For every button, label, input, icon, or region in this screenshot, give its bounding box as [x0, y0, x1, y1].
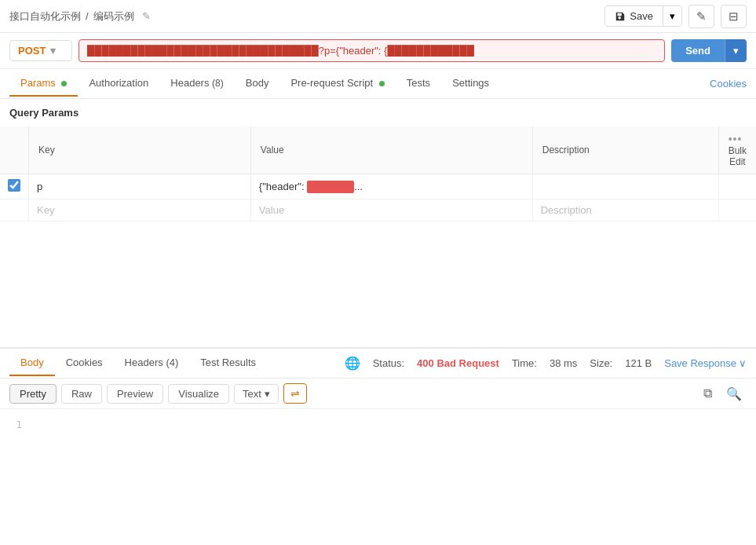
code-content[interactable] [31, 417, 756, 496]
copy-button[interactable]: ⧉ [699, 385, 717, 402]
params-table: Key Value Description ••• Bulk Edit p {"… [0, 126, 756, 221]
col-header-bulk: ••• Bulk Edit [718, 126, 756, 174]
time-value: 38 ms [550, 357, 577, 369]
pretty-button[interactable]: Pretty [9, 384, 57, 404]
breadcrumb-separator: / [86, 10, 89, 22]
row-value-ellipsis: ... [354, 181, 363, 192]
globe-icon: 🌐 [345, 356, 360, 371]
row-value-prefix: {"header": [259, 181, 307, 192]
save-button[interactable]: Save [605, 6, 663, 26]
edit-icon[interactable]: ✎ [142, 10, 151, 22]
wrap-icon: ⇌ [290, 387, 300, 400]
top-bar: 接口自动化示例 / 编码示例 ✎ Save ▾ ✎ ⊟ [0, 0, 756, 33]
size-value: 121 B [625, 357, 652, 369]
raw-button[interactable]: Raw [61, 384, 102, 404]
resp-tab-cookies[interactable]: Cookies [55, 350, 114, 376]
col-header-value: Value [250, 126, 532, 174]
resp-tab-headers[interactable]: Headers (4) [114, 350, 190, 376]
breadcrumb: 接口自动化示例 / 编码示例 ✎ [9, 9, 151, 24]
tab-headers[interactable]: Headers (8) [159, 71, 234, 97]
pencil-icon: ✎ [696, 9, 707, 23]
breadcrumb-parent: 接口自动化示例 [9, 9, 81, 24]
table-empty-row: Key Value Description [0, 199, 756, 221]
resp-tab-test-results[interactable]: Test Results [189, 350, 267, 376]
col-header-key: Key [29, 126, 251, 174]
time-label: Time: [512, 357, 537, 369]
breadcrumb-current: 编码示例 [93, 9, 134, 24]
url-input[interactable] [79, 39, 665, 62]
row-key-cell: p [29, 174, 251, 199]
empty-value-placeholder: Value [259, 204, 284, 216]
tab-tests[interactable]: Tests [396, 71, 441, 97]
status-label: Status: [373, 357, 404, 369]
visualize-button[interactable]: Visualize [168, 384, 229, 404]
response-status-bar: 🌐 Status: 400 Bad Request Time: 38 ms Si… [345, 356, 747, 371]
method-label: POST [18, 45, 46, 57]
content-spacer [0, 221, 756, 347]
query-params-title: Query Params [0, 99, 756, 126]
row-value-cell: {"header": ​... [250, 174, 532, 199]
code-area: 1 [0, 409, 756, 503]
preview-button[interactable]: Preview [107, 384, 163, 404]
row-action-cell [718, 174, 756, 199]
save-icon [615, 11, 626, 22]
copy-icon: ⧉ [703, 386, 712, 400]
row-checkbox[interactable] [8, 179, 20, 192]
col-header-check [0, 126, 29, 174]
format-bar: Pretty Raw Preview Visualize Text ▾ ⇌ ⧉ … [0, 379, 756, 409]
send-button[interactable]: Send [671, 39, 725, 62]
bulk-edit-button[interactable]: Bulk Edit [729, 145, 747, 167]
text-format-select[interactable]: Text ▾ [234, 384, 279, 404]
tab-settings[interactable]: Settings [441, 71, 500, 97]
tab-pre-request[interactable]: Pre-request Script [279, 71, 395, 97]
request-tabs: Params Authorization Headers (8) Body Pr… [0, 69, 756, 99]
line-numbers: 1 [0, 417, 31, 496]
url-bar: POST ▾ Send ▾ [0, 33, 756, 69]
size-label: Size: [590, 357, 612, 369]
send-dropdown-button[interactable]: ▾ [725, 39, 747, 62]
method-arrow: ▾ [50, 45, 56, 57]
empty-desc-placeholder: Description [541, 204, 592, 216]
search-icon: 🔍 [726, 387, 742, 401]
cookies-link[interactable]: Cookies [710, 78, 747, 90]
line-number-1: 1 [9, 417, 22, 433]
save-dropdown-button[interactable]: ▾ [663, 6, 681, 26]
tab-authorization[interactable]: Authorization [78, 71, 159, 97]
send-btn-group: Send ▾ [671, 39, 747, 62]
col-header-desc: Description [532, 126, 718, 174]
share-icon: ⊟ [729, 9, 739, 23]
tab-params[interactable]: Params [9, 71, 78, 97]
row-key-value: p [37, 181, 42, 192]
save-btn-group: Save ▾ [604, 5, 682, 27]
table-row: p {"header": ​... [0, 174, 756, 199]
save-response-button[interactable]: Save Response ∨ [664, 357, 747, 369]
tab-body[interactable]: Body [235, 71, 280, 97]
status-code: 400 Bad Request [417, 357, 499, 369]
response-tabs: Body Cookies Headers (4) Test Results 🌐 … [0, 349, 756, 379]
pencil-button[interactable]: ✎ [688, 5, 714, 28]
search-button[interactable]: 🔍 [721, 385, 747, 403]
method-select[interactable]: POST ▾ [9, 40, 72, 61]
top-actions: Save ▾ ✎ ⊟ [604, 5, 747, 28]
wrap-button[interactable]: ⇌ [283, 383, 307, 404]
resp-tab-body[interactable]: Body [9, 350, 55, 376]
row-desc-cell [532, 174, 718, 199]
more-dots-icon[interactable]: ••• [729, 133, 743, 145]
pre-request-dot [379, 81, 385, 86]
response-section: Body Cookies Headers (4) Test Results 🌐 … [0, 347, 756, 503]
params-active-dot [61, 81, 67, 86]
row-value-redacted: ​ [307, 181, 354, 193]
row-checkbox-cell [0, 174, 29, 199]
empty-key-placeholder: Key [37, 204, 54, 216]
share-button[interactable]: ⊟ [721, 5, 747, 28]
